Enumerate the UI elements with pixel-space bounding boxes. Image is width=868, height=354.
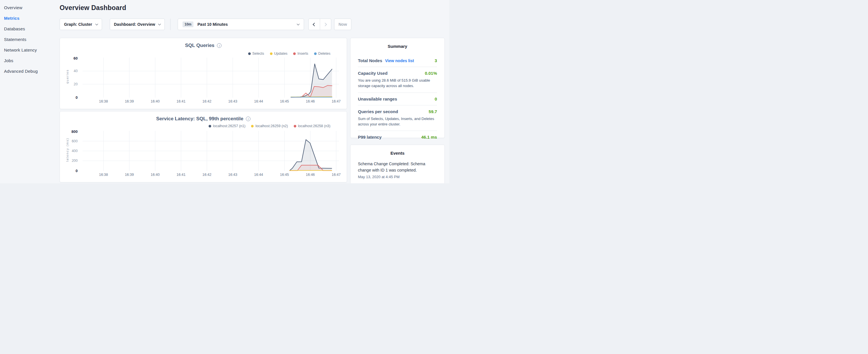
- time-range-dropdown[interactable]: 10m Past 10 Minutes: [178, 19, 304, 30]
- summary-row-total-nodes: Total Nodes View nodes list 3: [358, 55, 437, 67]
- x-axis-ticks: 16:3816:3916:4016:4116:4216:4316:4416:45…: [83, 99, 339, 104]
- summary-row-p99-latency: P99 latency 46.1 ms: [358, 131, 437, 143]
- service-latency-chart-card: Service Latency: SQL, 99th percentile i …: [60, 111, 347, 183]
- legend-item: Updates: [270, 52, 288, 56]
- app-root: Overview Metrics Databases Statements Ne…: [0, 0, 449, 183]
- x-tick-label: 16:47: [332, 173, 340, 177]
- y-tick-label: 200: [72, 159, 78, 163]
- sidebar-item-jobs[interactable]: Jobs: [0, 55, 57, 66]
- y-tick-label: 60: [74, 56, 78, 60]
- x-tick-label: 16:40: [151, 173, 160, 177]
- dashboard-dropdown[interactable]: Dashboard: Overview: [110, 19, 165, 30]
- events-panel: Events Schema Change Completed: Schema c…: [350, 144, 445, 183]
- summary-row-description: You are using 28.6 MiB of 515.9 GiB usab…: [358, 78, 437, 89]
- time-next-button[interactable]: [320, 19, 331, 30]
- chevron-right-icon: [323, 23, 327, 26]
- events-list: Schema Change Completed: Schema change w…: [350, 156, 444, 179]
- chart-title: SQL Queries: [185, 43, 215, 49]
- x-tick-label: 16:41: [177, 99, 185, 103]
- summary-row-queries-per-second: Queries per second 59.7 Sum of Selects, …: [358, 105, 437, 131]
- event-text: Schema Change Completed: Schema change w…: [358, 161, 437, 173]
- x-tick-label: 16:46: [306, 99, 315, 103]
- summary-row-value: 0: [435, 97, 437, 101]
- graph-dropdown[interactable]: Graph: Cluster: [60, 19, 102, 30]
- summary-row-unavailable-ranges: Unavailable ranges 0: [358, 93, 437, 105]
- sidebar-item-metrics[interactable]: Metrics: [0, 13, 57, 24]
- x-tick-label: 16:44: [254, 99, 263, 103]
- service-latency-plot[interactable]: [83, 131, 339, 171]
- summary-row-value: 46.1 ms: [421, 135, 437, 139]
- summary-row-description: Sum of Selects, Updates, Inserts, and De…: [358, 116, 437, 127]
- chart-legend: localhost:26257 (n1)localhost:26259 (n2)…: [209, 124, 331, 128]
- legend-dot-icon: [251, 125, 254, 127]
- x-tick-label: 16:38: [99, 173, 108, 177]
- sidebar-item-advanced-debug[interactable]: Advanced Debug: [0, 66, 57, 76]
- legend-dot-icon: [209, 125, 211, 127]
- x-tick-label: 16:45: [280, 173, 289, 177]
- chart-title: Service Latency: SQL, 99th percentile: [156, 116, 243, 122]
- legend-label: localhost:26258 (n3): [298, 124, 331, 128]
- chevron-down-icon: [95, 22, 98, 25]
- summary-row-label: Unavailable ranges: [358, 97, 397, 101]
- event-timestamp: May 13, 2020 at 4:45 PM: [358, 175, 437, 179]
- legend-dot-icon: [248, 53, 251, 55]
- x-tick-label: 16:44: [254, 173, 263, 177]
- y-tick-label: 800: [71, 129, 78, 133]
- time-prev-button[interactable]: [309, 19, 320, 30]
- summary-row-label: Total Nodes: [358, 58, 382, 63]
- legend-dot-icon: [314, 53, 317, 55]
- time-range-label: Past 10 Minutes: [197, 22, 228, 27]
- info-icon[interactable]: i: [246, 117, 250, 121]
- event-item[interactable]: Schema Change Completed: Schema change w…: [358, 161, 437, 179]
- sidebar-item-overview[interactable]: Overview: [0, 2, 57, 13]
- toolbar-divider: [170, 19, 170, 30]
- legend-item: Selects: [248, 52, 264, 56]
- info-icon[interactable]: i: [217, 43, 221, 48]
- summary-rows: Total Nodes View nodes list 3 Capacity U…: [350, 49, 444, 143]
- sidebar-item-network-latency[interactable]: Network Latency: [0, 45, 57, 55]
- y-tick-label: 40: [74, 69, 78, 73]
- x-tick-label: 16:43: [228, 99, 237, 103]
- legend-item: localhost:26259 (n2): [251, 124, 288, 128]
- summary-panel: Summary Total Nodes View nodes list 3 Ca…: [350, 38, 445, 138]
- x-tick-label: 16:42: [202, 173, 211, 177]
- x-tick-label: 16:38: [99, 99, 108, 103]
- legend-label: Inserts: [298, 52, 308, 56]
- y-tick-label: 400: [72, 149, 78, 153]
- sidebar-item-statements[interactable]: Statements: [0, 34, 57, 45]
- dashboard-dropdown-label: Dashboard: Overview: [114, 22, 155, 27]
- summary-row-label: Queries per second: [358, 109, 398, 114]
- y-tick-label: 20: [74, 82, 78, 86]
- view-nodes-list-link[interactable]: View nodes list: [385, 58, 414, 63]
- y-axis-ticks: 0200400600800: [60, 131, 78, 171]
- sidebar: Overview Metrics Databases Statements Ne…: [0, 0, 57, 183]
- now-button[interactable]: Now: [334, 19, 351, 30]
- summary-title: Summary: [350, 38, 444, 49]
- legend-label: localhost:26259 (n2): [255, 124, 288, 128]
- sidebar-item-databases[interactable]: Databases: [0, 24, 57, 34]
- legend-label: Selects: [252, 52, 264, 56]
- x-tick-label: 16:45: [280, 99, 289, 103]
- legend-dot-icon: [294, 125, 296, 127]
- summary-row-value: 59.7: [429, 109, 437, 114]
- x-tick-label: 16:43: [228, 173, 237, 177]
- legend-dot-icon: [293, 53, 296, 55]
- chevron-down-icon: [158, 22, 161, 25]
- chevron-left-icon: [313, 23, 316, 26]
- summary-row-value: 0.01%: [425, 71, 437, 75]
- x-tick-label: 16:41: [177, 173, 185, 177]
- x-tick-label: 16:47: [332, 99, 340, 103]
- y-tick-label: 600: [72, 139, 78, 143]
- legend-item: localhost:26258 (n3): [294, 124, 331, 128]
- time-range-badge: 10m: [183, 22, 193, 27]
- x-tick-label: 16:40: [151, 99, 160, 103]
- events-title: Events: [350, 145, 444, 156]
- legend-label: localhost:26257 (n1): [213, 124, 245, 128]
- chart-legend: SelectsUpdatesInsertsDeletes: [248, 52, 331, 56]
- page-title: Overview Dashboard: [60, 4, 126, 12]
- legend-item: Deletes: [314, 52, 331, 56]
- y-tick-label: 0: [76, 95, 78, 99]
- legend-label: Updates: [274, 52, 288, 56]
- sql-queries-plot[interactable]: [83, 58, 339, 98]
- legend-item: localhost:26257 (n1): [209, 124, 245, 128]
